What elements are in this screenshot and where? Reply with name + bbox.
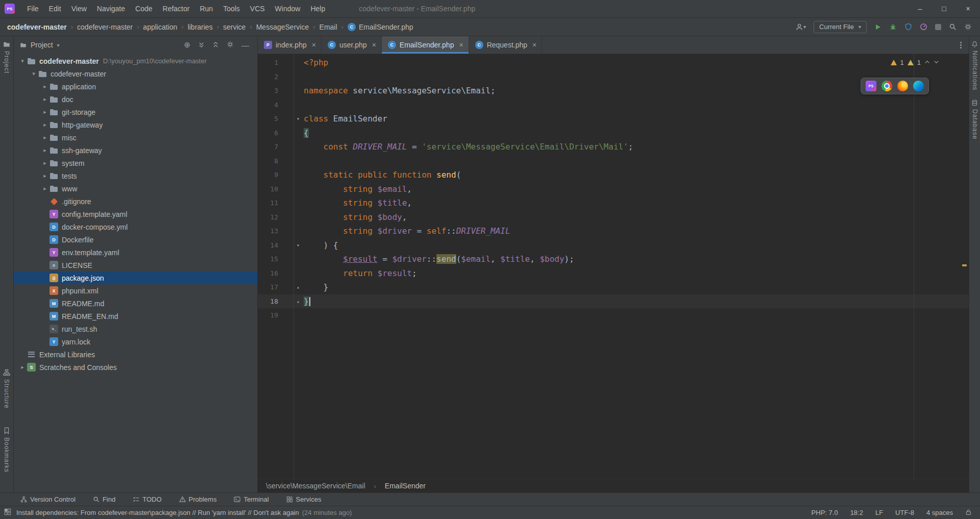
tree-chevron-icon[interactable]: ▸ xyxy=(18,364,27,370)
maximize-button[interactable]: □ xyxy=(932,0,956,17)
status-message[interactable]: Install dependencies: From codefever-mas… xyxy=(16,509,299,516)
menu-refactor[interactable]: Refactor xyxy=(158,0,195,17)
toolwindow-button-problems[interactable]: Problems xyxy=(179,496,217,503)
code-line-7[interactable]: 7 const DRIVER_MAIL = 'service\MessageSe… xyxy=(258,140,969,154)
tree-item-README_EN.md[interactable]: MREADME_EN.md xyxy=(14,310,257,323)
menu-view[interactable]: View xyxy=(66,0,92,17)
tab-index.php[interactable]: Pindex.php× xyxy=(258,36,322,54)
debug-button[interactable] xyxy=(889,23,897,31)
breadcrumb-class[interactable]: EmailSender xyxy=(385,482,426,490)
close-tab-icon[interactable]: × xyxy=(532,41,536,49)
run-configuration-select[interactable]: Current File ▾ xyxy=(814,21,867,33)
breadcrumb-item-service[interactable]: service xyxy=(223,23,246,31)
code-line-10[interactable]: 10 string $email, xyxy=(258,182,969,196)
tree-item-LICENSE[interactable]: ≡LICENSE xyxy=(14,259,257,271)
tree-item-env.template.yaml[interactable]: Yenv.template.yaml xyxy=(14,246,257,259)
breadcrumb-item-EmailSender.php[interactable]: CEmailSender.php xyxy=(348,23,413,31)
tree-item-docker-compose.yml[interactable]: Ddocker-compose.yml xyxy=(14,220,257,233)
code-line-14[interactable]: 14▾ ) { xyxy=(258,238,969,253)
breadcrumb-item-codefever-master[interactable]: codefever-master xyxy=(7,23,67,31)
toolwindow-button-terminal[interactable]: Terminal xyxy=(234,496,268,503)
code-line-13[interactable]: 13 string $driver = self::DRIVER_MAIL xyxy=(258,224,969,238)
code-line-17[interactable]: 17▴ } xyxy=(258,280,969,294)
breadcrumb-item-codefever-master[interactable]: codefever-master xyxy=(77,23,133,31)
tree-chevron-icon[interactable]: ▸ xyxy=(40,185,50,192)
close-tab-icon[interactable]: × xyxy=(312,41,316,49)
hide-panel-icon[interactable]: — xyxy=(241,41,249,50)
panel-settings-gear-icon[interactable] xyxy=(227,41,234,50)
tree-chevron-icon[interactable]: ▸ xyxy=(40,147,50,154)
fold-marker-icon[interactable]: ▴ xyxy=(293,294,303,309)
code-line-6[interactable]: 6{ xyxy=(258,126,969,140)
tree-item-www[interactable]: ▸www xyxy=(14,182,257,195)
sidebar-item-notifications[interactable]: Notifications xyxy=(971,36,978,95)
tree-chevron-icon[interactable]: ▸ xyxy=(40,160,50,166)
inspections-widget[interactable]: 1 1 xyxy=(891,59,939,66)
line-separator-widget[interactable]: LF xyxy=(875,509,883,516)
menu-vcs[interactable]: VCS xyxy=(245,0,270,17)
sidebar-item-project[interactable]: Project xyxy=(3,36,10,78)
project-panel-title[interactable]: Project xyxy=(31,41,53,49)
tree-item-README.md[interactable]: MREADME.md xyxy=(14,297,257,310)
close-tab-icon[interactable]: × xyxy=(459,41,463,49)
code-line-16[interactable]: 16 return $result; xyxy=(258,266,969,281)
tree-item-system[interactable]: ▸system xyxy=(14,157,257,169)
php-version-widget[interactable]: PHP: 7.0 xyxy=(812,509,838,516)
expand-all-icon[interactable] xyxy=(198,41,205,50)
chevron-down-icon[interactable]: ▾ xyxy=(57,42,60,48)
tree-chevron-icon[interactable]: ▸ xyxy=(40,134,50,141)
toolwindow-switcher-icon[interactable] xyxy=(4,508,11,517)
code-with-me-icon[interactable]: ▾ xyxy=(795,23,806,31)
minimize-button[interactable]: – xyxy=(908,0,932,17)
indent-widget[interactable]: 4 spaces xyxy=(926,509,953,516)
tree-item-run_test.sh[interactable]: >_run_test.sh xyxy=(14,323,257,335)
readonly-lock-icon[interactable] xyxy=(965,509,972,517)
tree-item-codefever-master[interactable]: ▾codefever-masterD:\youyou_pm10\codefeve… xyxy=(14,55,257,67)
prev-problem-icon[interactable] xyxy=(924,59,930,66)
run-with-coverage-button[interactable] xyxy=(904,23,912,31)
breadcrumb-item-MessageService[interactable]: MessageService xyxy=(256,23,309,31)
tab-user.php[interactable]: Cuser.php× xyxy=(322,36,382,54)
edge-browser-icon[interactable] xyxy=(913,81,924,91)
tree-chevron-icon[interactable]: ▸ xyxy=(40,96,50,103)
menu-code[interactable]: Code xyxy=(130,0,157,17)
sidebar-item-structure[interactable]: Structure xyxy=(3,364,10,413)
menu-help[interactable]: Help xyxy=(305,0,330,17)
tab-options-icon[interactable] xyxy=(958,40,964,51)
code-line-4[interactable]: 4 xyxy=(258,98,969,112)
code-line-9[interactable]: 9 static public function send( xyxy=(258,168,969,182)
tree-chevron-icon[interactable]: ▸ xyxy=(40,121,50,128)
code-line-1[interactable]: 1<?php xyxy=(258,56,969,70)
sidebar-item-database[interactable]: Database xyxy=(971,95,978,144)
tree-item-yarn.lock[interactable]: Yyarn.lock xyxy=(14,335,257,348)
tree-chevron-icon[interactable]: ▸ xyxy=(40,109,50,115)
fold-marker-icon[interactable]: ▾ xyxy=(293,112,303,126)
breadcrumb-item-libraries[interactable]: libraries xyxy=(188,23,213,31)
menu-window[interactable]: Window xyxy=(270,0,306,17)
search-everywhere-icon[interactable] xyxy=(949,23,957,31)
tree-item-Scratches and Consoles[interactable]: ▸SScratches and Consoles xyxy=(14,361,257,374)
profiler-button[interactable] xyxy=(920,23,927,31)
tree-item-misc[interactable]: ▸misc xyxy=(14,131,257,144)
collapse-all-icon[interactable] xyxy=(212,41,219,50)
code-line-18[interactable]: 18▴} xyxy=(258,294,969,309)
phpstorm-preview-icon[interactable]: PS xyxy=(866,81,876,91)
tree-item-doc[interactable]: ▸doc xyxy=(14,93,257,106)
code-line-5[interactable]: 5▾class EmailSender xyxy=(258,112,969,126)
toolwindow-button-find[interactable]: Find xyxy=(93,496,115,503)
sidebar-item-bookmarks[interactable]: Bookmarks xyxy=(3,423,10,477)
toolwindow-button-services[interactable]: Services xyxy=(286,496,322,503)
fold-marker-icon[interactable]: ▴ xyxy=(293,280,303,294)
breadcrumb-namespace[interactable]: \service\MessageService\Email xyxy=(266,482,365,490)
caret-position-widget[interactable]: 18:2 xyxy=(850,509,863,516)
chrome-browser-icon[interactable] xyxy=(881,81,892,91)
menu-tools[interactable]: Tools xyxy=(218,0,245,17)
tree-chevron-icon[interactable]: ▾ xyxy=(18,58,27,64)
stop-button[interactable] xyxy=(935,24,941,30)
code-line-19[interactable]: 19 xyxy=(258,308,969,323)
scrollbar-warning-mark[interactable] xyxy=(962,264,967,266)
menu-navigate[interactable]: Navigate xyxy=(92,0,130,17)
tree-chevron-icon[interactable]: ▸ xyxy=(40,83,50,90)
firefox-browser-icon[interactable] xyxy=(897,81,908,91)
menu-run[interactable]: Run xyxy=(194,0,218,17)
